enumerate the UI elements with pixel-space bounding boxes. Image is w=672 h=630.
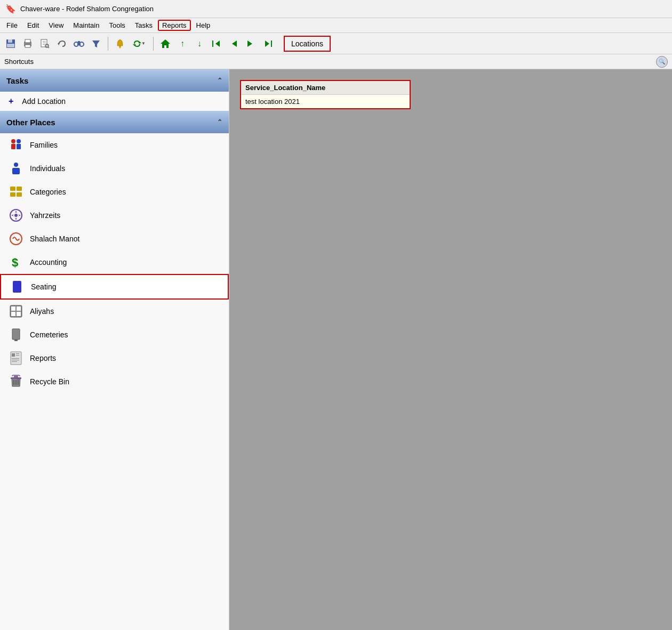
svg-marker-26: [247, 41, 252, 47]
recycle-bin-icon: [9, 374, 23, 389]
alert-button[interactable]: [113, 36, 127, 51]
svg-rect-5: [25, 45, 30, 47]
filter-button[interactable]: [89, 36, 103, 51]
svg-rect-8: [43, 43, 46, 43]
menu-reports[interactable]: Reports: [158, 20, 191, 31]
svg-rect-35: [10, 187, 15, 191]
svg-rect-2: [7, 44, 14, 47]
add-location-label: Add Location: [22, 97, 66, 106]
first-button[interactable]: [209, 36, 224, 51]
sidebar-item-aliyahs[interactable]: Aliyahs: [0, 300, 229, 323]
sidebar-item-cemeteries[interactable]: Cemeteries: [0, 323, 229, 346]
svg-rect-50: [14, 340, 18, 341]
app-title: Chaver-ware - Rodef Shalom Congregation: [20, 5, 154, 13]
menu-view[interactable]: View: [44, 20, 68, 31]
sidebar-item-yahrzeits[interactable]: Yahrzeits: [0, 204, 229, 227]
save-button[interactable]: [3, 36, 18, 51]
add-location-item[interactable]: + Add Location: [0, 92, 229, 111]
svg-marker-12: [58, 42, 59, 45]
categories-label: Categories: [30, 188, 66, 196]
categories-icon: [9, 184, 23, 199]
tasks-section-label: Tasks: [6, 76, 28, 85]
svg-point-40: [14, 214, 18, 217]
cemeteries-label: Cemeteries: [30, 330, 68, 339]
locations-button[interactable]: Locations: [284, 36, 331, 52]
menu-edit[interactable]: Edit: [23, 20, 43, 31]
menu-file[interactable]: File: [2, 20, 22, 31]
next-icon: [247, 40, 254, 47]
sidebar-item-shalach-manot[interactable]: Shalach Manot: [0, 227, 229, 251]
shortcuts-label: Shortcuts: [4, 58, 34, 66]
cemeteries-icon: [9, 327, 23, 342]
next-button[interactable]: [243, 36, 258, 51]
data-popup: Service_Location_Name test location 2021: [240, 80, 411, 109]
svg-text:$: $: [12, 256, 18, 269]
svg-point-19: [119, 46, 121, 48]
first-icon: [212, 40, 221, 47]
sidebar-item-accounting[interactable]: $ Accounting: [0, 251, 229, 274]
data-popup-header: Service_Location_Name: [241, 81, 410, 95]
preview-button[interactable]: [37, 36, 52, 51]
svg-rect-43: [13, 281, 21, 293]
menu-bar: File Edit View Maintain Tools Tasks Repo…: [0, 18, 672, 33]
title-bar: 🔖 Chaver-ware - Rodef Shalom Congregatio…: [0, 0, 672, 18]
home-icon: [160, 39, 171, 49]
svg-marker-25: [232, 41, 237, 47]
search-button[interactable]: [71, 36, 86, 51]
svg-point-33: [14, 163, 18, 167]
other-places-chevron-icon: ⌃: [217, 118, 222, 126]
scroll-down-button[interactable]: ↓: [192, 36, 207, 51]
refresh-button[interactable]: ▼: [130, 36, 149, 51]
families-icon: [9, 138, 23, 152]
print-button[interactable]: [20, 36, 35, 51]
menu-maintain[interactable]: Maintain: [69, 20, 103, 31]
menu-tasks[interactable]: Tasks: [131, 20, 157, 31]
undo-icon: [57, 39, 67, 49]
tasks-section-header[interactable]: Tasks ⌃: [0, 69, 229, 92]
svg-rect-47: [11, 312, 15, 316]
home-button[interactable]: [158, 36, 173, 51]
undo-button[interactable]: [54, 36, 69, 51]
other-places-section-header[interactable]: Other Places ⌃: [0, 111, 229, 133]
shortcuts-search-button[interactable]: 🔍: [656, 56, 668, 68]
sidebar-item-individuals[interactable]: Individuals: [0, 157, 229, 180]
sidebar: Tasks ⌃ + Add Location Other Places ⌃: [0, 69, 229, 630]
accounting-icon: $: [9, 255, 23, 270]
prev-button[interactable]: [226, 36, 241, 51]
svg-rect-4: [25, 39, 30, 43]
preview-icon: [40, 39, 50, 49]
last-button[interactable]: [260, 36, 278, 51]
tasks-chevron-icon: ⌃: [217, 77, 222, 84]
svg-rect-52: [12, 353, 15, 357]
bell-icon: [116, 39, 124, 49]
shalach-manot-icon: [9, 231, 23, 246]
reports-icon: [9, 351, 23, 366]
menu-help[interactable]: Help: [192, 20, 215, 31]
sidebar-item-reports[interactable]: Reports: [0, 346, 229, 370]
menu-tools[interactable]: Tools: [105, 20, 129, 31]
sidebar-item-recycle-bin[interactable]: Recycle Bin: [0, 370, 229, 393]
content-area: Service_Location_Name test location 2021: [229, 69, 672, 630]
reports-label: Reports: [30, 354, 56, 362]
filter-icon: [92, 39, 100, 48]
sidebar-item-seating[interactable]: Seating: [0, 274, 229, 300]
print-icon: [23, 39, 33, 49]
svg-rect-36: [17, 187, 22, 191]
svg-rect-7: [43, 41, 46, 42]
sidebar-item-categories[interactable]: Categories: [0, 180, 229, 204]
svg-rect-46: [17, 306, 21, 311]
svg-rect-49: [12, 329, 20, 340]
toolbar-separator-1: [108, 37, 108, 51]
svg-marker-27: [265, 41, 269, 47]
individuals-icon: [9, 161, 23, 176]
sidebar-item-families[interactable]: Families: [0, 133, 229, 157]
prev-icon: [230, 40, 237, 47]
shortcuts-bar: Shortcuts 🔍: [0, 54, 672, 69]
svg-point-29: [11, 139, 15, 143]
save-icon: [6, 39, 15, 49]
app-icon: 🔖: [5, 4, 16, 14]
svg-rect-9: [43, 44, 45, 45]
svg-rect-37: [10, 192, 15, 197]
svg-rect-28: [271, 41, 272, 47]
scroll-up-button[interactable]: ↑: [175, 36, 190, 51]
